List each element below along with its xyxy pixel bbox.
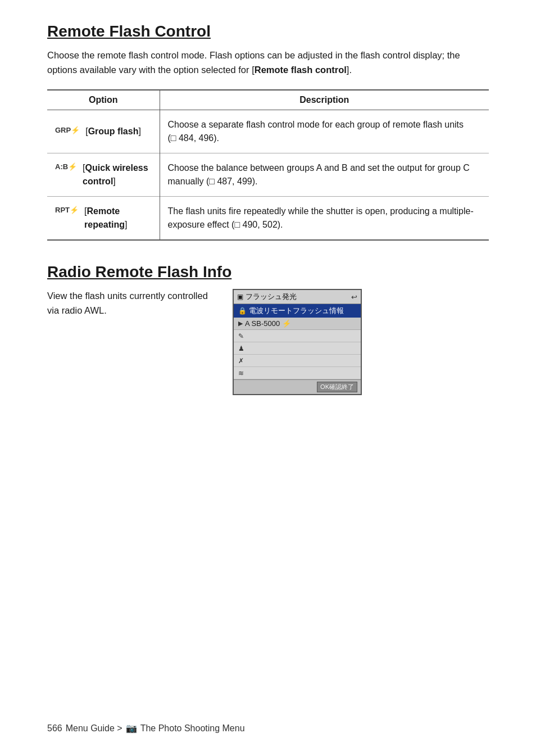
camera-ok-button: OK確認終了 — [317, 382, 357, 392]
rpt-label: [Remote repeating] — [84, 205, 152, 232]
camera-highlight-row: 🔒 電波リモートフラッシュ情報 — [234, 304, 361, 318]
table-row: A:B⚡ [Quick wirelesscontrol] Choose the … — [47, 153, 489, 197]
camera-title-text: フラッシュ発光 — [246, 292, 297, 302]
camera-selected-text: A SB-5000 — [245, 319, 280, 328]
grp-label: [Group flash] — [85, 125, 141, 138]
option-cell-1: GRP⚡ [Group flash] — [47, 110, 160, 153]
camera-ui-titlebar: ▣ フラッシュ発光 ↩ — [234, 290, 361, 304]
option-cell-2: A:B⚡ [Quick wirelesscontrol] — [47, 153, 160, 197]
rpt-icon: RPT⚡ — [55, 205, 79, 216]
list-sym-1: ✎ — [238, 332, 246, 340]
list-sym-4: ≋ — [238, 369, 246, 377]
option-table: Option Description GRP⚡ [Group flash] Ch… — [47, 89, 489, 241]
camera-footer: OK確認終了 — [234, 379, 361, 394]
list-item: ♟ — [234, 342, 361, 355]
table-row: GRP⚡ [Group flash] Choose a separate fla… — [47, 110, 489, 153]
camera-list: ✎ ♟ ✗ ≋ — [234, 330, 361, 379]
list-sym-2: ♟ — [238, 345, 246, 352]
option-cell-3: RPT⚡ [Remote repeating] — [47, 197, 160, 241]
radio-section-content: View the flash units currently controlle… — [47, 289, 489, 395]
camera-highlight-text: 電波リモートフラッシュ情報 — [249, 306, 344, 316]
section1-title: Remote Flash Control — [47, 22, 489, 40]
list-item: ✗ — [234, 355, 361, 367]
footer-section-text: The Photo Shooting Menu — [140, 723, 245, 734]
camera-selected-row: ▶ A SB-5000 ⚡ — [234, 318, 361, 330]
section1-intro: Choose the remote flash control mode. Fl… — [47, 48, 463, 77]
camera-arrow-icon: ▶ — [238, 320, 243, 327]
camera-lock-icon: 🔒 — [238, 307, 247, 315]
camera-icon: 📷 — [126, 723, 137, 734]
grp-icon: GRP⚡ — [55, 125, 80, 136]
bold-text: Remote flash control — [255, 65, 347, 75]
list-sym-3: ✗ — [238, 357, 246, 365]
camera-menu-icon: ▣ — [237, 293, 243, 301]
desc-cell-3: The flash units fire repeatedly while th… — [160, 197, 489, 241]
list-item: ≋ — [234, 367, 361, 379]
ab-icon: A:B⚡ — [55, 161, 77, 173]
page-number: 566 — [47, 723, 62, 734]
table-row: RPT⚡ [Remote repeating] The flash units … — [47, 197, 489, 241]
footer-separator: Menu Guide > — [66, 723, 122, 734]
list-item: ✎ — [234, 330, 361, 342]
desc-cell-1: Choose a separate flash control mode for… — [160, 110, 489, 153]
page-footer: 566 Menu Guide > 📷 The Photo Shooting Me… — [47, 723, 245, 734]
col-header-desc: Description — [160, 90, 489, 110]
desc-cell-2: Choose the balance between groups A and … — [160, 153, 489, 197]
col-header-option: Option — [47, 90, 160, 110]
section2: Radio Remote Flash Info View the flash u… — [47, 263, 489, 395]
ab-label: [Quick wirelesscontrol] — [83, 161, 148, 188]
camera-ui-mockup: ▣ フラッシュ発光 ↩ 🔒 電波リモートフラッシュ情報 ▶ A SB-5000 … — [233, 289, 362, 395]
camera-title-left: ▣ フラッシュ発光 — [237, 292, 297, 302]
radio-desc-text: View the flash units currently controlle… — [47, 289, 216, 318]
camera-back-icon: ↩ — [351, 293, 357, 301]
section2-title: Radio Remote Flash Info — [47, 263, 489, 281]
camera-flash-icon: ⚡ — [282, 319, 291, 328]
